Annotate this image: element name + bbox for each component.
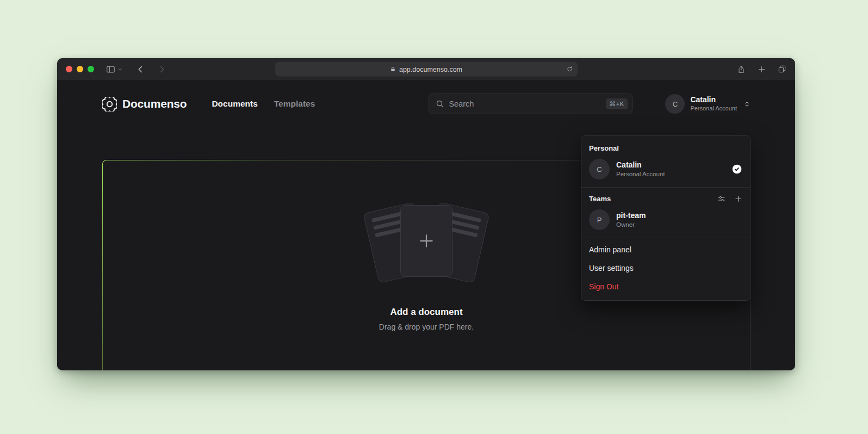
plus-icon xyxy=(734,195,742,203)
personal-avatar: C xyxy=(589,159,610,179)
team-role: Owner xyxy=(616,221,646,229)
chevron-left-icon xyxy=(137,65,145,73)
document-cards-illustration xyxy=(361,202,492,284)
upload-plus-icon xyxy=(417,232,436,250)
chevron-up-down-icon xyxy=(743,100,751,108)
account-dropdown-menu: Personal C Catalin Personal Account Team… xyxy=(581,135,751,301)
tab-overview-button[interactable] xyxy=(778,65,786,73)
nav-documents[interactable]: Documents xyxy=(212,99,257,109)
selected-check-icon xyxy=(731,164,742,175)
brand[interactable]: Documenso xyxy=(102,97,187,111)
sidebar-toggle-button[interactable] xyxy=(106,65,115,74)
account-type: Personal Account xyxy=(690,105,737,113)
traffic-lights xyxy=(66,66,94,72)
chevron-right-icon xyxy=(158,65,166,73)
dropzone-title: Add a document xyxy=(390,307,462,318)
url-text: app.documenso.com xyxy=(399,65,462,73)
plus-icon xyxy=(758,65,766,73)
sliders-icon xyxy=(717,195,726,203)
lock-icon xyxy=(390,66,396,72)
close-window-button[interactable] xyxy=(66,66,72,72)
brand-name: Documenso xyxy=(122,97,187,110)
address-bar[interactable]: app.documenso.com xyxy=(275,62,578,77)
zoom-window-button[interactable] xyxy=(88,66,94,72)
manage-teams-button[interactable] xyxy=(717,195,726,203)
search-input[interactable] xyxy=(449,100,601,108)
team-avatar: P xyxy=(589,209,610,230)
document-card-center xyxy=(400,205,452,277)
personal-type: Personal Account xyxy=(616,170,665,178)
forward-button[interactable] xyxy=(158,65,166,73)
personal-account-row[interactable]: C Catalin Personal Account xyxy=(581,156,750,185)
app-header: Documenso Documents Templates ⌘+K C Cata… xyxy=(102,93,751,115)
account-avatar: C xyxy=(665,94,685,114)
menu-divider xyxy=(581,238,750,238)
stacked-squares-icon xyxy=(778,65,786,73)
share-button[interactable] xyxy=(737,65,746,74)
chevron-down-icon xyxy=(117,67,122,72)
search-box[interactable]: ⌘+K xyxy=(429,94,633,114)
team-name: pit-team xyxy=(616,210,646,220)
reload-icon xyxy=(566,66,573,73)
share-icon xyxy=(737,65,746,74)
tab-group-menu-button[interactable] xyxy=(117,67,122,72)
account-menu-trigger[interactable]: C Catalin Personal Account xyxy=(665,94,751,114)
main-nav: Documents Templates xyxy=(212,99,315,109)
teams-section-label: Teams xyxy=(581,190,750,206)
create-team-button[interactable] xyxy=(734,195,742,203)
reload-button[interactable] xyxy=(566,66,573,73)
documenso-app-page: Documenso Documents Templates ⌘+K C Cata… xyxy=(57,93,795,370)
menu-divider xyxy=(581,187,750,188)
menu-item-user-settings[interactable]: User settings xyxy=(581,259,750,277)
back-button[interactable] xyxy=(137,65,145,73)
account-name: Catalin xyxy=(690,95,737,105)
new-tab-button[interactable] xyxy=(758,65,766,73)
menu-item-sign-out[interactable]: Sign Out xyxy=(581,277,750,296)
dropzone-subtitle: Drag & drop your PDF here. xyxy=(379,323,474,331)
personal-name: Catalin xyxy=(616,160,665,170)
browser-window: app.documenso.com Documenso xyxy=(57,58,795,370)
search-icon xyxy=(436,100,444,108)
menu-item-admin-panel[interactable]: Admin panel xyxy=(581,240,750,259)
documenso-logo-icon xyxy=(102,97,117,111)
team-row[interactable]: P pit-team Owner xyxy=(581,206,750,235)
sidebar-icon xyxy=(106,65,115,74)
browser-toolbar: app.documenso.com xyxy=(57,58,795,80)
nav-templates[interactable]: Templates xyxy=(274,99,315,109)
minimize-window-button[interactable] xyxy=(77,66,83,72)
search-shortcut-badge: ⌘+K xyxy=(606,98,628,109)
personal-section-label: Personal xyxy=(581,139,750,156)
